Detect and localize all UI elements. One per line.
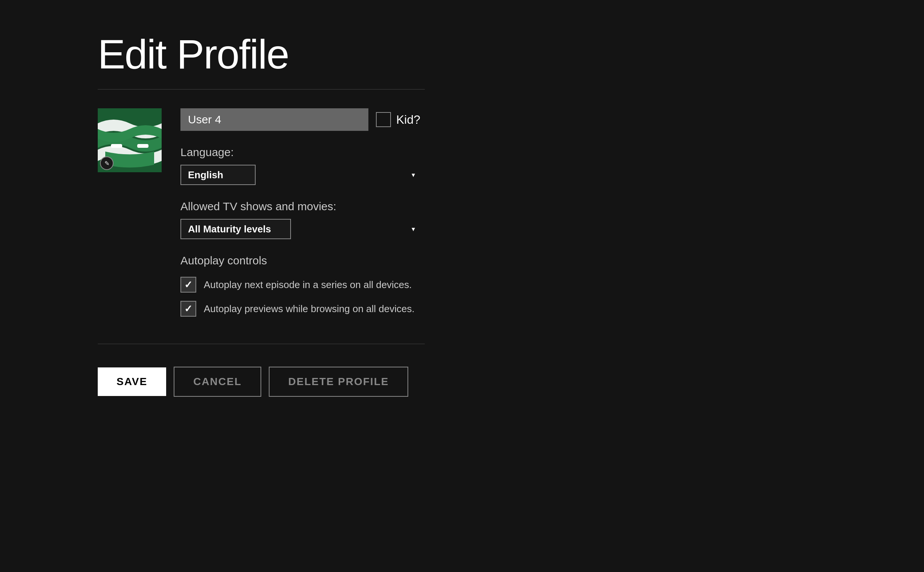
buttons-row: SAVE CANCEL DELETE PROFILE [98, 367, 924, 397]
name-row: Kid? [180, 108, 420, 131]
maturity-select-arrow: ▾ [412, 225, 415, 233]
profile-section: ✎ Kid? Language: English Spanish French [98, 108, 924, 325]
svg-rect-2 [137, 144, 149, 148]
autoplay-next-checkbox[interactable] [180, 277, 196, 292]
kid-row: Kid? [376, 112, 420, 127]
save-button[interactable]: SAVE [98, 367, 166, 396]
form-section: Kid? Language: English Spanish French Ge… [180, 108, 420, 325]
svg-rect-1 [111, 144, 122, 148]
bottom-divider [98, 344, 425, 344]
avatar-edit-button[interactable]: ✎ [100, 157, 113, 170]
name-input[interactable] [180, 108, 368, 131]
autoplay-previews-label: Autoplay previews while browsing on all … [204, 303, 415, 315]
autoplay-previews-row: Autoplay previews while browsing on all … [180, 301, 420, 317]
language-label: Language: [180, 146, 420, 159]
maturity-select-wrapper: All Maturity levels Little Kids Older Ki… [180, 219, 420, 239]
maturity-label: Allowed TV shows and movies: [180, 200, 420, 213]
page-title: Edit Profile [98, 30, 924, 78]
avatar-container: ✎ [98, 108, 162, 172]
cancel-button[interactable]: CANCEL [174, 367, 261, 397]
page-container: Edit Profile [0, 0, 924, 572]
language-select[interactable]: English Spanish French German Japanese [180, 165, 256, 185]
autoplay-previews-checkbox[interactable] [180, 301, 196, 317]
language-select-wrapper: English Spanish French German Japanese ▾ [180, 165, 420, 185]
language-select-arrow: ▾ [412, 171, 415, 179]
kid-label: Kid? [396, 113, 420, 127]
delete-profile-button[interactable]: DELETE PROFILE [269, 367, 409, 397]
autoplay-next-label: Autoplay next episode in a series on all… [204, 279, 412, 291]
maturity-select[interactable]: All Maturity levels Little Kids Older Ki… [180, 219, 291, 239]
top-divider [98, 89, 425, 90]
pencil-icon: ✎ [104, 160, 109, 167]
kid-checkbox[interactable] [376, 112, 391, 127]
autoplay-title: Autoplay controls [180, 254, 420, 267]
autoplay-next-row: Autoplay next episode in a series on all… [180, 277, 420, 292]
